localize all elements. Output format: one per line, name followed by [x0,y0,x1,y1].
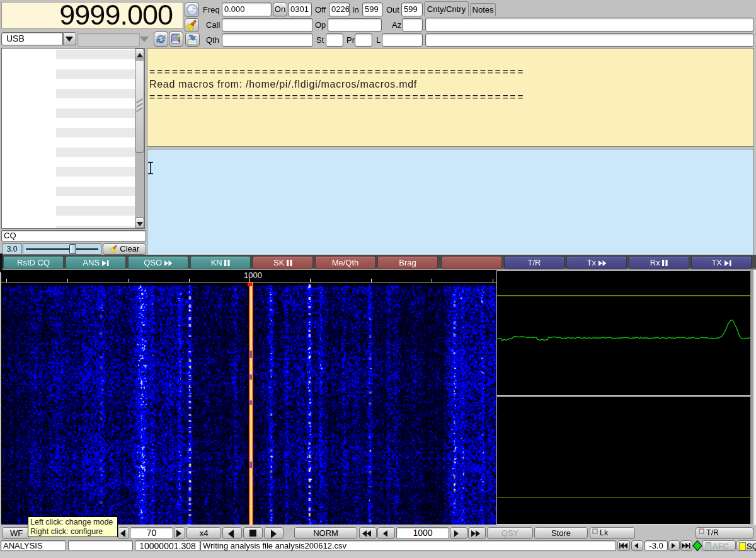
svg-text:T/R: T/R [706,528,719,537]
svg-text:Lk: Lk [600,528,609,537]
